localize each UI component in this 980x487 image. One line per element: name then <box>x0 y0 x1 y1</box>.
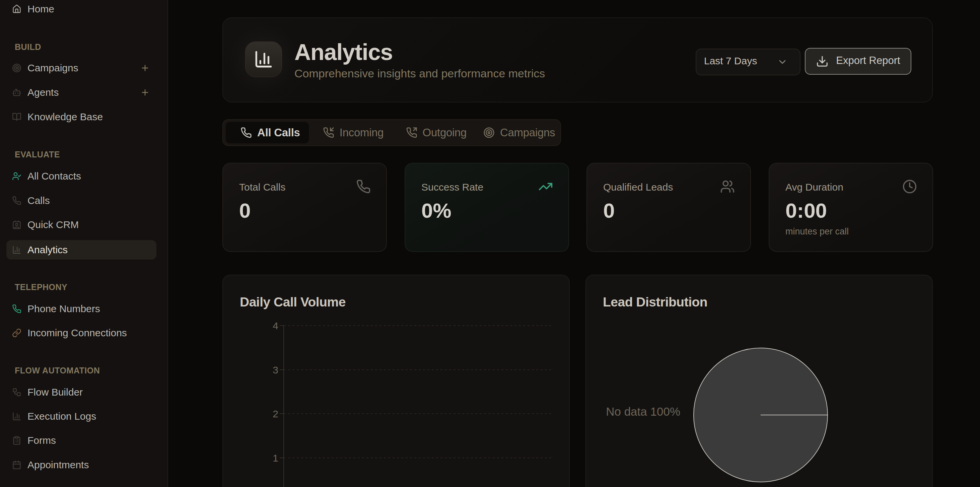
svg-text:No data 100%: No data 100% <box>606 405 680 418</box>
svg-text:4: 4 <box>273 320 278 331</box>
svg-text:2: 2 <box>273 408 278 419</box>
svg-text:1: 1 <box>273 452 278 463</box>
svg-text:3: 3 <box>273 364 278 376</box>
